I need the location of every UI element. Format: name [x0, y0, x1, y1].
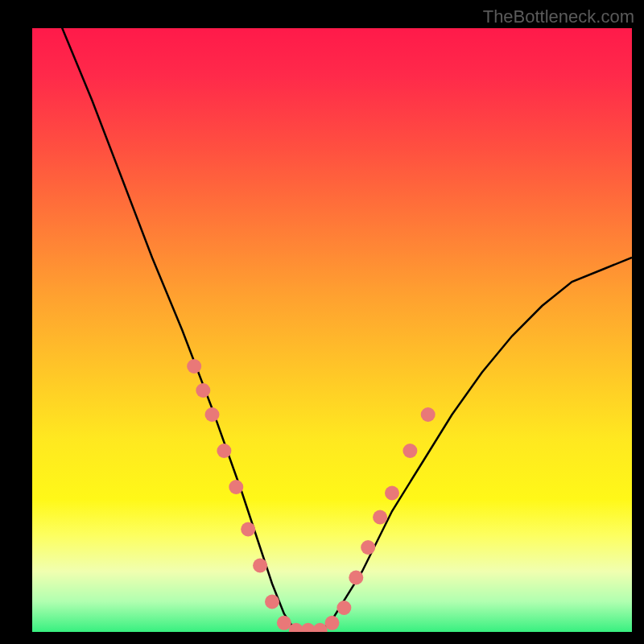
svg-point-3: [217, 444, 231, 458]
svg-point-17: [385, 486, 399, 501]
svg-point-8: [277, 616, 291, 630]
svg-point-2: [205, 407, 220, 422]
data-markers: [187, 359, 436, 632]
svg-point-0: [187, 359, 201, 374]
svg-point-7: [265, 595, 279, 609]
svg-point-6: [253, 559, 267, 573]
attribution-text: TheBottleneck.com: [483, 6, 634, 27]
svg-point-5: [241, 522, 255, 537]
svg-point-1: [196, 383, 210, 398]
svg-point-14: [349, 571, 363, 585]
chart-svg: [32, 28, 632, 632]
svg-point-12: [325, 616, 340, 630]
svg-point-15: [361, 540, 375, 555]
svg-point-18: [402, 444, 417, 458]
svg-point-19: [421, 407, 436, 422]
plot-background: [32, 28, 632, 632]
svg-point-4: [229, 480, 243, 494]
svg-point-13: [336, 601, 351, 615]
curve-line: [32, 28, 632, 632]
svg-point-16: [373, 510, 387, 525]
